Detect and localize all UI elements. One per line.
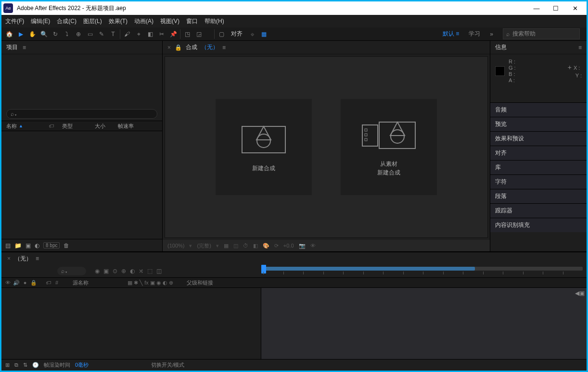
eye-icon[interactable]: 👁 <box>4 280 11 285</box>
new-comp-icon[interactable]: ▣ <box>26 242 31 249</box>
hand-tool[interactable]: ✋ <box>26 28 38 40</box>
solo-icon[interactable]: ● <box>22 280 28 285</box>
rect-tool[interactable]: ▭ <box>84 28 96 40</box>
trash-icon[interactable]: 🗑 <box>64 242 69 249</box>
timeline-layers-left[interactable] <box>1 288 261 359</box>
zoom-level[interactable]: (100%) <box>167 243 184 248</box>
hamburger-icon[interactable]: ≡ <box>578 44 582 51</box>
label-icon[interactable]: 🏷 <box>45 280 51 285</box>
maximize-button[interactable]: ☐ <box>546 1 565 15</box>
region-icon[interactable]: ◧ <box>253 243 258 249</box>
selection-tool[interactable]: ▶ <box>15 28 26 40</box>
hamburger-icon[interactable]: ≡ <box>36 255 39 262</box>
timeline-layers-right[interactable]: ◀▣ <box>261 288 587 359</box>
lock-icon[interactable]: 🔒 <box>30 280 37 286</box>
menu-layer[interactable]: 图层(L) <box>83 17 102 25</box>
menu-effect[interactable]: 效果(T) <box>109 17 128 25</box>
lock-icon[interactable]: 🔒 <box>175 44 182 51</box>
new-comp-from-footage-button[interactable]: 从素材新建合成 <box>341 99 437 195</box>
anchor-tool[interactable]: ⊕ <box>73 28 84 40</box>
panel-content-aware[interactable]: 内容识别填充 <box>490 218 587 232</box>
time-icon[interactable]: ⏱ <box>243 243 248 248</box>
composition-tab[interactable]: × 🔒 合成 （无） ≡ <box>163 41 490 54</box>
panel-character[interactable]: 字符 <box>490 174 587 189</box>
tl-foot-icon[interactable]: ⇅ <box>23 362 27 368</box>
clone-tool[interactable]: ⌖ <box>133 28 144 40</box>
adjust-icon[interactable]: ◐ <box>35 242 39 249</box>
bpc-toggle[interactable]: 8 bpc <box>43 242 60 248</box>
menu-edit[interactable]: 编辑(E) <box>31 17 50 25</box>
resolution-select[interactable]: (完整) <box>197 242 211 249</box>
grid-icon[interactable]: ▦ <box>224 243 229 249</box>
marker-icon[interactable]: ◀▣ <box>575 290 585 297</box>
snap-icon[interactable]: ⟐ <box>246 28 258 40</box>
menu-file[interactable]: 文件(F) <box>5 17 24 25</box>
panel-align[interactable]: 对齐 <box>490 146 587 160</box>
panel-paragraph[interactable]: 段落 <box>490 189 587 203</box>
roto-tool[interactable]: ✂ <box>156 28 167 40</box>
workspace-default[interactable]: 默认 ≡ <box>443 30 459 38</box>
menu-window[interactable]: 窗口 <box>186 17 198 25</box>
source-name-column[interactable]: 源名称 <box>73 279 126 286</box>
menu-view[interactable]: 视图(V) <box>160 17 179 25</box>
parent-column[interactable]: 父级和链接 <box>187 279 213 286</box>
tl-foot-icon[interactable]: ⧉ <box>14 362 18 368</box>
workspace-more[interactable]: » <box>490 31 493 37</box>
panel-libraries[interactable]: 库 <box>490 160 587 174</box>
panel-preview[interactable]: 预览 <box>490 117 587 131</box>
puppet-tool[interactable]: 📌 <box>167 28 179 40</box>
shape-tool-2[interactable]: ◲ <box>193 28 205 40</box>
project-items[interactable] <box>1 131 162 239</box>
brush-tool[interactable]: 🖌 <box>121 28 133 40</box>
home-tool[interactable]: 🏠 <box>3 28 15 40</box>
pen-tool[interactable]: ✎ <box>96 28 107 40</box>
project-tab[interactable]: 项目≡ <box>1 41 162 54</box>
project-columns-header[interactable]: 名称▲ 🏷 类型 大小 帧速率 <box>1 121 162 131</box>
rotate-tool[interactable]: ⤵ <box>61 28 73 40</box>
panel-effects[interactable]: 效果和预设 <box>490 131 587 146</box>
panel-audio[interactable]: 音频 <box>490 102 587 117</box>
refresh-icon[interactable]: ⟳ <box>274 243 279 249</box>
timeline-ruler[interactable] <box>261 265 587 277</box>
project-search[interactable]: ⌕▾ <box>6 109 157 119</box>
menu-composition[interactable]: 合成(C) <box>57 17 77 25</box>
minimize-button[interactable]: — <box>527 1 546 15</box>
orbit-tool[interactable]: ↻ <box>50 28 61 40</box>
toggle-switches[interactable]: 切换开关/模式 <box>151 361 184 369</box>
tl-icon[interactable]: ◐ <box>130 268 135 274</box>
tl-icon[interactable]: ⊙ <box>113 268 117 274</box>
timeline-search[interactable]: ⌕▾ <box>57 267 86 275</box>
close-button[interactable]: ✕ <box>565 1 585 15</box>
tl-icon[interactable]: ◉ <box>95 268 100 274</box>
view-icon[interactable]: 👁 <box>310 243 316 248</box>
tl-icon[interactable]: ⊕ <box>121 268 126 274</box>
align-label[interactable]: 对齐 <box>231 30 243 38</box>
hamburger-icon[interactable]: ≡ <box>23 44 26 51</box>
panel-tracker[interactable]: 跟踪器 <box>490 203 587 218</box>
tl-icon[interactable]: ◫ <box>156 268 162 274</box>
hamburger-icon[interactable]: ≡ <box>222 44 226 51</box>
interpret-icon[interactable]: ▤ <box>5 242 11 249</box>
zoom-tool[interactable]: 🔍 <box>38 28 50 40</box>
tl-icon[interactable]: ⤨ <box>139 268 143 274</box>
timeline-tab[interactable]: × （无） ≡ <box>1 252 587 265</box>
tl-foot-icon[interactable]: ⊞ <box>5 362 10 368</box>
exposure-value[interactable]: +0.0 <box>283 243 294 248</box>
info-tab[interactable]: 信息≡ <box>490 41 587 54</box>
menu-animation[interactable]: 动画(A) <box>134 17 153 25</box>
shape-tool-1[interactable]: ◳ <box>181 28 193 40</box>
workspace-learn[interactable]: 学习 <box>469 30 480 38</box>
snap-toggle[interactable]: ▦ <box>258 28 269 40</box>
menu-help[interactable]: 帮助(H) <box>205 17 224 25</box>
eraser-tool[interactable]: ◧ <box>144 28 156 40</box>
help-search[interactable]: ⌕ 搜索帮助 <box>503 28 580 39</box>
audio-icon[interactable]: 🔊 <box>13 280 20 286</box>
folder-icon[interactable]: 📁 <box>14 242 22 249</box>
snapshot-icon[interactable]: 📷 <box>299 243 306 249</box>
color-icon[interactable]: 🎨 <box>263 243 269 249</box>
tl-icon[interactable]: ⬚ <box>147 268 153 274</box>
mask-icon[interactable]: ◫ <box>233 243 238 249</box>
tl-icon[interactable]: ▣ <box>103 268 109 274</box>
type-tool[interactable]: T <box>107 28 119 40</box>
new-composition-button[interactable]: 新建合成 <box>216 99 312 195</box>
